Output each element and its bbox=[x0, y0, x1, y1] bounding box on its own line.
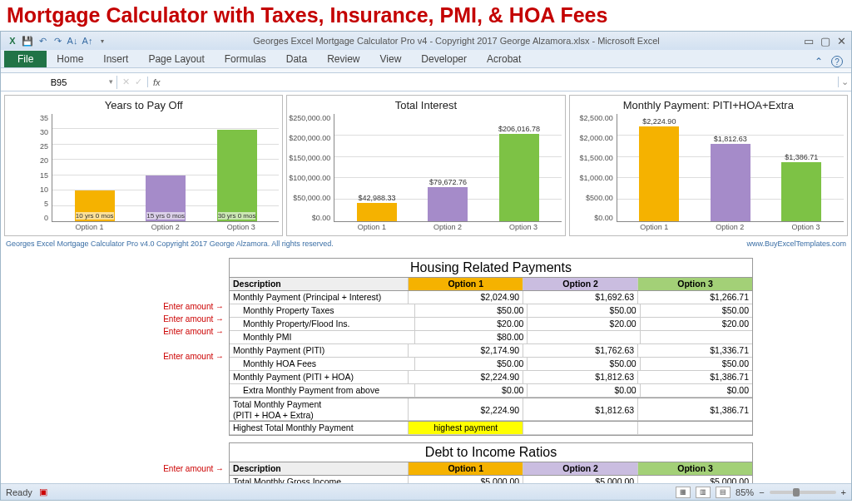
expand-formula-bar-icon[interactable]: ⌄ bbox=[838, 77, 851, 87]
table-row-total[interactable]: Total Monthly Payment (PITI + HOA + Extr… bbox=[230, 398, 752, 421]
minimize-ribbon-icon[interactable]: ⌃ bbox=[815, 56, 823, 67]
table-row[interactable]: Monthly Property Taxes$50.00$50.00$50.00 bbox=[230, 304, 752, 318]
view-normal-icon[interactable]: ▦ bbox=[676, 487, 691, 498]
cell-value: $1,386.71 bbox=[638, 398, 752, 420]
zoom-slider[interactable] bbox=[770, 491, 836, 494]
tab-formulas[interactable]: Formulas bbox=[215, 51, 276, 67]
tab-insert[interactable]: Insert bbox=[93, 51, 138, 67]
cell-value[interactable]: $1,812.63 bbox=[523, 371, 638, 383]
chart-2[interactable]: Total Interest$250,000.00$200,000.00$150… bbox=[286, 95, 565, 236]
cancel-formula-icon[interactable]: ✕ bbox=[122, 77, 130, 87]
zoom-thumb[interactable] bbox=[793, 488, 800, 497]
cell-value[interactable]: $20.00 bbox=[641, 318, 752, 330]
cell-value[interactable]: $0.00 bbox=[415, 384, 528, 397]
view-page-layout-icon[interactable]: ▥ bbox=[696, 487, 711, 498]
cell-value[interactable]: $2,174.90 bbox=[409, 344, 523, 357]
table-row[interactable]: Extra Monthly Payment from above$0.00$0.… bbox=[230, 384, 752, 398]
cell-value[interactable]: $0.00 bbox=[528, 384, 640, 397]
tab-view[interactable]: View bbox=[370, 51, 412, 67]
x-axis: Option 1Option 2Option 3 bbox=[290, 222, 561, 232]
sort-asc-icon[interactable]: A↓ bbox=[66, 34, 79, 47]
tab-acrobat[interactable]: Acrobat bbox=[477, 51, 531, 67]
cell-value[interactable]: $50.00 bbox=[641, 358, 752, 370]
data-label: $206,016.78 bbox=[498, 125, 540, 133]
tables-area: Housing Related PaymentsDescriptionOptio… bbox=[229, 258, 753, 483]
cell-value[interactable]: $2,224.90 bbox=[409, 371, 523, 383]
table-row[interactable]: Monthly Payment (PITI + HOA)$2,224.90$1,… bbox=[230, 371, 752, 384]
cell-value[interactable]: $20.00 bbox=[415, 318, 528, 330]
minimize-icon[interactable]: ▭ bbox=[804, 35, 814, 47]
cell-value[interactable]: $50.00 bbox=[528, 358, 640, 370]
cell-desc: Monthly Property/Flood Ins. bbox=[230, 318, 415, 330]
x-axis: Option 1Option 2Option 3 bbox=[8, 222, 279, 232]
window-controls: ▭ ▢ ✕ bbox=[804, 35, 846, 47]
cell-value[interactable] bbox=[528, 331, 640, 343]
cell-value[interactable]: $1,266.71 bbox=[638, 291, 752, 304]
cell-value[interactable]: $50.00 bbox=[415, 304, 528, 317]
tab-page-layout[interactable]: Page Layout bbox=[138, 51, 214, 67]
window-title: Georges Excel Mortgage Calculator Pro v4… bbox=[109, 36, 804, 46]
table-row[interactable]: Monthly Property/Flood Ins.$20.00$20.00$… bbox=[230, 318, 752, 331]
cell-desc: Monthly HOA Fees bbox=[230, 358, 415, 370]
data-label: $42,988.33 bbox=[359, 194, 396, 202]
y-axis: $2,500.00$2,000.00$1,500.00$1,000.00$500… bbox=[573, 114, 617, 222]
tab-review[interactable]: Review bbox=[317, 51, 369, 67]
zoom-in-icon[interactable]: + bbox=[841, 487, 846, 497]
cell-desc: Total Monthly Payment (PITI + HOA + Extr… bbox=[230, 398, 409, 420]
table-row[interactable]: Monthly Payment (Principal + Interest)$2… bbox=[230, 291, 752, 304]
undo-icon[interactable]: ↶ bbox=[36, 34, 49, 47]
debt-income-table: Debt to Income RatiosDescriptionOption 1… bbox=[229, 442, 753, 483]
worksheet-area[interactable]: Years to Pay Off3530252015105010 yrs 0 m… bbox=[1, 91, 851, 483]
chart-1[interactable]: Years to Pay Off3530252015105010 yrs 0 m… bbox=[4, 95, 283, 236]
cell-value[interactable]: $2,024.90 bbox=[409, 291, 523, 304]
cell-value[interactable]: $0.00 bbox=[641, 384, 752, 397]
view-page-break-icon[interactable]: ▤ bbox=[716, 487, 731, 498]
help-icon[interactable]: ? bbox=[831, 56, 843, 67]
cell-value[interactable]: $1,336.71 bbox=[638, 344, 752, 357]
table-row[interactable]: Monthly PMI$80.00 bbox=[230, 331, 752, 344]
close-icon[interactable]: ✕ bbox=[837, 35, 846, 47]
tab-home[interactable]: Home bbox=[47, 51, 93, 67]
cell-value[interactable]: $1,386.71 bbox=[638, 371, 752, 383]
table-row[interactable]: Monthly HOA Fees$50.00$50.00$50.00 bbox=[230, 358, 752, 371]
bar-col: $1,386.71 bbox=[766, 153, 837, 221]
tab-developer[interactable]: Developer bbox=[411, 51, 477, 67]
chart-title: Monthly Payment: PITI+HOA+Extra bbox=[573, 99, 844, 114]
sort-desc-icon[interactable]: A↑ bbox=[81, 34, 94, 47]
bar bbox=[428, 187, 468, 221]
record-macro-icon[interactable]: ▣ bbox=[39, 487, 47, 497]
restore-icon[interactable]: ▢ bbox=[820, 35, 830, 47]
table-row[interactable]: Total Monthly Gross Income$5,000.00$5,00… bbox=[230, 476, 752, 483]
enter-formula-icon[interactable]: ✓ bbox=[135, 77, 142, 87]
table-row-highest[interactable]: Highest Total Monthly Paymenthighest pay… bbox=[230, 421, 752, 435]
fx-icon[interactable]: fx bbox=[148, 77, 166, 87]
zoom-out-icon[interactable]: − bbox=[759, 487, 764, 497]
cell-value[interactable]: $1,692.63 bbox=[523, 291, 638, 304]
chart-3[interactable]: Monthly Payment: PITI+HOA+Extra$2,500.00… bbox=[569, 95, 848, 236]
tab-data[interactable]: Data bbox=[276, 51, 317, 67]
data-label: 30 yrs 0 mos bbox=[218, 212, 256, 220]
cell-value[interactable]: $20.00 bbox=[528, 318, 640, 330]
bar-col: $1,812.63 bbox=[695, 135, 765, 221]
cell-value[interactable]: $50.00 bbox=[415, 358, 528, 370]
cell-value[interactable] bbox=[641, 331, 752, 343]
cell-value[interactable]: $50.00 bbox=[641, 304, 752, 317]
enter-amount-column: Enter amount →Enter amount →Enter amount… bbox=[99, 258, 224, 483]
cell-value[interactable]: $80.00 bbox=[415, 331, 528, 343]
cell-value[interactable]: $1,762.63 bbox=[523, 344, 638, 357]
table-row[interactable]: Monthly Payment (PITI)$2,174.90$1,762.63… bbox=[230, 344, 752, 358]
cell-value[interactable]: $5,000.00 bbox=[638, 476, 752, 483]
cell-value[interactable]: $50.00 bbox=[528, 304, 640, 317]
save-icon[interactable]: 💾 bbox=[21, 34, 34, 47]
zoom-level[interactable]: 85% bbox=[736, 487, 754, 497]
redo-icon[interactable]: ↷ bbox=[51, 34, 64, 47]
qat-dropdown-icon[interactable]: ▾ bbox=[96, 34, 109, 47]
formula-controls: ✕ ✓ bbox=[117, 77, 148, 87]
cell-value[interactable]: $5,000.00 bbox=[409, 476, 523, 483]
cell-value[interactable]: $5,000.00 bbox=[523, 476, 638, 483]
header-option: Option 1 bbox=[409, 462, 523, 475]
file-tab[interactable]: File bbox=[4, 51, 47, 67]
cell-value: $2,224.90 bbox=[409, 398, 523, 420]
formula-bar[interactable] bbox=[166, 73, 838, 91]
name-box[interactable]: B95 bbox=[1, 76, 117, 89]
